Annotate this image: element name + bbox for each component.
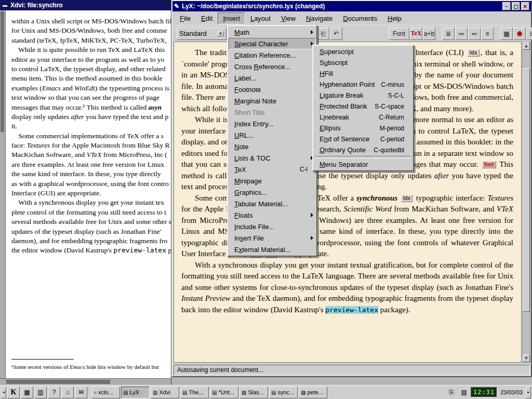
dvi-text-line: updates of the typeset display (such as … [11,227,171,236]
special-character-menu-item[interactable]: End of Sentence C-period [314,134,413,144]
math-insert-button[interactable]: a+b [423,28,435,40]
window-list-button[interactable]: ▦ [21,387,33,398]
task-button[interactable]: ▤ The... [180,387,209,398]
menu-item-label: Floats [234,211,252,219]
insert-menu-item[interactable]: Footnote [229,84,316,95]
insert-menu-item[interactable]: Marginal Note [229,95,316,107]
task-button[interactable]: ▥ Xdvi [151,387,179,398]
menu-item-label: Ligature Break [320,91,364,99]
insert-menu-item[interactable]: Tabular Material... [229,198,316,209]
task-button[interactable]: ▨ pete... [299,387,327,398]
special-character-menu-item[interactable]: Protected Blank S-C-space [314,101,413,112]
mail-button[interactable]: ✉ [75,387,87,398]
xdvi-titlebar[interactable]: ▬ Xdvi: file:synchro [0,0,171,10]
insert-menu-item[interactable]: Math [229,26,316,38]
minimize-button[interactable]: – [502,2,511,10]
insert-menu-item[interactable]: External Material... [229,244,316,255]
insert-menu-item[interactable]: TeX C-l [229,164,316,175]
insert-menu-item[interactable]: Minipage [229,175,316,187]
close-button[interactable]: ✕ [521,2,529,10]
special-character-menu-item[interactable]: Menu Separator [314,159,413,170]
insert-menu-item[interactable]: Floats [229,209,316,221]
tex-mode-button[interactable]: TeX [410,28,422,40]
menubar-item[interactable]: View [276,12,301,24]
insert-menu-item[interactable]: Note [229,141,316,152]
menu-item-label: Cross Reference... [234,63,290,71]
menu-item-label: Insert File [234,234,264,242]
tabular-grid-button[interactable]: ⊞ [526,28,532,40]
menubar-item[interactable]: Insert [218,12,245,24]
desktop: ▬ Xdvi: file:synchro within a Unix shell… [0,0,532,399]
insert-menu-item[interactable]: URL... [229,129,316,141]
figure-insert-button[interactable]: ◉ [513,28,526,40]
insert-menu-item[interactable]: Lists & TOC [229,152,316,164]
special-character-menu-item[interactable]: Ordinary Quote C-quotedbl [314,144,413,155]
menu-item-label: Superscript [320,48,354,56]
special-character-menu-item[interactable]: Subscript [314,57,413,68]
task-button[interactable]: ▤ *Unt... [210,387,238,398]
panel-hide-right-button[interactable]: ▸ [526,387,531,398]
scroll-down-button[interactable]: ▼ [523,354,530,362]
special-character-menu-item[interactable]: HFill [314,68,413,79]
menubar-item[interactable]: Layout [245,12,276,24]
undo-button[interactable]: ↶ [330,28,342,40]
special-character-menu-item[interactable]: Superscript [314,46,413,57]
insert-menu-item[interactable]: Index Entry... [229,118,316,129]
layout-list-button[interactable]: ≡ [481,28,494,40]
xdvi-vertical-scrollbar[interactable] [0,10,6,378]
task-button[interactable]: ▧ Slas... [240,387,268,398]
enumerate-button[interactable]: ≔ [455,28,468,40]
scrollbar-thumb[interactable] [6,380,110,384]
menubar-item[interactable]: Edit [196,12,218,24]
special-character-menu-item[interactable]: Ligature Break S-C-L [314,90,413,101]
iconify-icon[interactable]: ▬ [3,3,7,8]
insert-menu-item[interactable]: Short Title [229,107,316,118]
scrollbar-thumb[interactable] [523,68,530,312]
task-button[interactable]: ▤ LyX [121,387,150,398]
lyx-window: ✎ LyX: ~/doc/beginlatex/src/synchro.lyx … [171,0,532,377]
table-insert-button[interactable]: ▦ [500,28,513,40]
lyx-vertical-scrollbar[interactable]: ▲ ▼ [522,42,530,363]
dvi-text-line: daemon), and for embedding typographic f… [11,236,171,246]
insert-menu-item[interactable]: Cross Reference... [229,61,316,72]
panel-hide-left-button[interactable]: ◂ [1,387,6,398]
special-character-menu-item[interactable]: Ellipsis M-period [314,123,413,134]
depth-button[interactable]: ≣ [442,28,455,40]
task-label: The... [189,389,203,395]
insert-menu-item[interactable]: Label... [229,72,316,84]
special-character-menu-item[interactable]: Linebreak C-Return [314,112,413,123]
insert-menu-item[interactable]: Insert File [229,232,316,244]
paste-button[interactable]: ⎗ [317,28,329,40]
menubar-item[interactable]: Documents [338,12,382,24]
taskbar: ◂ K▦▥?⌂✉ ○ xclo... ▤ LyX ▥ Xdvi [0,385,532,399]
help-button[interactable]: ? [48,387,60,398]
scroll-up-button[interactable]: ▲ [523,42,530,50]
menu-item-shortcut: C-quotedbl [367,147,404,154]
scrollbar-track[interactable] [523,50,530,354]
itemize-button[interactable]: ≕ [468,28,481,40]
maximize-button[interactable]: ▢ [512,2,520,10]
scrollbar-thumb[interactable] [1,11,4,132]
insert-menu-item[interactable]: Graphics... [229,187,316,198]
xdvi-horizontal-scrollbar[interactable] [0,378,171,385]
lyx-titlebar[interactable]: ✎ LyX: ~/doc/beginlatex/src/synchro.lyx … [172,1,531,11]
task-button[interactable]: ▤ sync... [269,387,298,398]
menubar-item[interactable]: File [175,12,196,24]
insert-menu-item[interactable]: Include File... [229,221,316,232]
home-folder-button[interactable]: ⌂ [61,387,74,398]
insert-menu-item[interactable]: Special Character [229,38,316,49]
konsole-button[interactable]: ▥ [34,387,47,398]
pager-icon[interactable]: ▨ [458,387,470,398]
task-button[interactable]: ○ xclo... [91,387,120,398]
k-menu-button[interactable]: K [7,387,20,398]
menubar-item[interactable]: Navigate [301,12,338,24]
klipper-icon[interactable]: ⎘ [446,387,457,398]
special-character-menu-item[interactable] [315,156,411,158]
insert-menu-item[interactable]: Citation Reference... [229,49,316,61]
menu-item-label: Hyphenation Point [320,81,375,88]
special-character-menu-item[interactable]: Hyphenation Point C-minus [314,79,413,90]
font-dialog-button[interactable]: Font [389,28,409,40]
paragraph-style-combo[interactable]: Standard ▼ [177,28,227,40]
menubar-item[interactable]: Help [382,12,407,24]
menu-item-label: Menu Separator [320,161,368,168]
